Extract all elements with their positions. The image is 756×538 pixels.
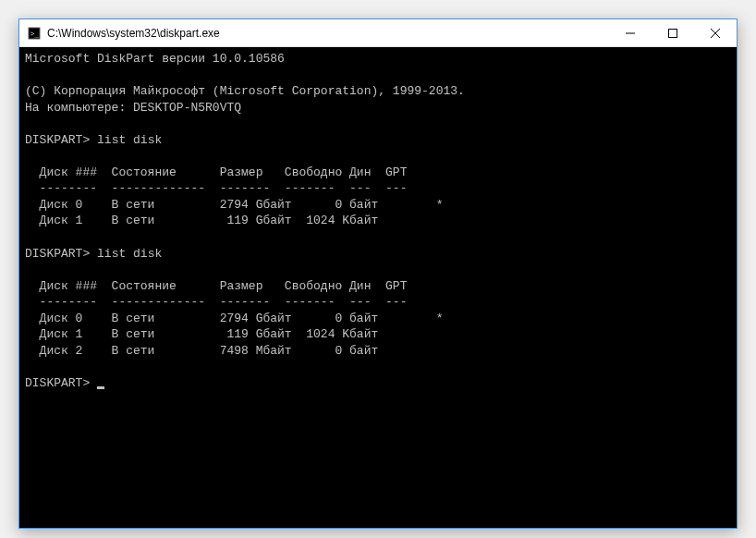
computer-line: На компьютере: DESKTOP-N5R0VTQ — [25, 101, 241, 115]
terminal-output[interactable]: Microsoft DiskPart версии 10.0.10586 (C)… — [19, 47, 737, 528]
minimize-button[interactable] — [609, 19, 652, 47]
copyright-line: (C) Корпорация Майкрософт (Microsoft Cor… — [25, 84, 465, 98]
titlebar[interactable]: >_ C:\Windows\system32\diskpart.exe — [19, 19, 737, 47]
table-header: Диск ### Состояние Размер Свободно Дин G… — [25, 165, 407, 179]
maximize-button[interactable] — [652, 19, 694, 47]
console-window: >_ C:\Windows\system32\diskpart.exe Micr… — [18, 18, 738, 529]
close-button[interactable] — [694, 19, 737, 47]
command-text: list disk — [97, 247, 162, 261]
command-text: list disk — [97, 133, 162, 147]
app-icon: >_ — [27, 26, 42, 41]
prompt: DISKPART> — [25, 376, 90, 390]
version-line: Microsoft DiskPart версии 10.0.10586 — [25, 52, 285, 66]
table-header: Диск ### Состояние Размер Свободно Дин G… — [25, 279, 407, 293]
table-row: Диск 1 В сети 119 Gбайт 1024 Kбайт — [25, 327, 378, 341]
window-controls — [609, 19, 737, 47]
table-row: Диск 2 В сети 7498 Mбайт 0 байт — [25, 344, 378, 358]
window-title: C:\Windows\system32\diskpart.exe — [47, 27, 609, 40]
prompt: DISKPART> — [25, 133, 90, 147]
table-row: Диск 0 В сети 2794 Gбайт 0 байт * — [25, 198, 443, 212]
cursor-icon — [97, 386, 104, 389]
table-divider: -------- ------------- ------- ------- -… — [25, 295, 407, 309]
table-row: Диск 1 В сети 119 Gбайт 1024 Kбайт — [25, 214, 378, 227]
svg-text:>_: >_ — [30, 29, 40, 37]
table-divider: -------- ------------- ------- ------- -… — [25, 181, 407, 195]
svg-rect-3 — [669, 29, 677, 37]
prompt: DISKPART> — [25, 247, 90, 261]
table-row: Диск 0 В сети 2794 Gбайт 0 байт * — [25, 312, 443, 325]
